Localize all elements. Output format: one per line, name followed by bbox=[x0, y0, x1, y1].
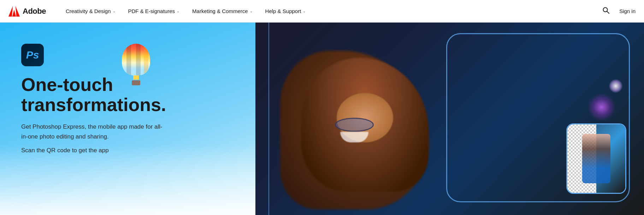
hero-content: Ps One-touch transformations. Get Photos… bbox=[21, 44, 166, 154]
hero-divider-line bbox=[268, 23, 269, 215]
phone-preview bbox=[567, 124, 625, 193]
hero-section: Ps One-touch transformations. Get Photos… bbox=[0, 23, 644, 215]
main-nav: Creativity & Design ⌄ PDF & E-signatures… bbox=[60, 0, 599, 23]
chevron-down-icon: ⌄ bbox=[177, 9, 179, 13]
hero-subtitle: Get Photoshop Express, the mobile app ma… bbox=[21, 122, 163, 141]
nav-creativity-design[interactable]: Creativity & Design ⌄ bbox=[60, 0, 121, 23]
person-glasses bbox=[335, 118, 374, 132]
lens-flare bbox=[587, 93, 616, 121]
lens-flare-highlight bbox=[609, 79, 623, 93]
nav-marketing-commerce[interactable]: Marketing & Commerce ⌄ bbox=[187, 0, 258, 23]
hero-cta-text: Scan the QR code to get the app bbox=[21, 147, 166, 154]
chevron-down-icon: ⌄ bbox=[303, 9, 306, 13]
hero-title: One-touch transformations. bbox=[21, 75, 166, 115]
adobe-logo-icon bbox=[8, 6, 20, 17]
nav-help-support[interactable]: Help & Support ⌄ bbox=[260, 0, 312, 23]
logo[interactable]: Adobe bbox=[8, 6, 46, 17]
svg-line-1 bbox=[607, 11, 609, 13]
phone-frame-small bbox=[566, 123, 626, 194]
search-icon bbox=[602, 7, 609, 14]
signin-button[interactable]: Sign in bbox=[619, 8, 636, 14]
photoshop-express-icon: Ps bbox=[21, 44, 44, 66]
hero-bg-dark bbox=[255, 23, 644, 215]
chevron-down-icon: ⌄ bbox=[250, 9, 253, 13]
cloud-layer bbox=[0, 145, 276, 215]
search-button[interactable] bbox=[599, 5, 612, 17]
navbar: Adobe Creativity & Design ⌄ PDF & E-sign… bbox=[0, 0, 644, 23]
phone-person-preview bbox=[582, 134, 610, 183]
navbar-actions: Sign in bbox=[599, 5, 636, 17]
ps-letter: Ps bbox=[26, 49, 39, 61]
chevron-down-icon: ⌄ bbox=[113, 9, 116, 13]
nav-pdf-esignatures[interactable]: PDF & E-signatures ⌄ bbox=[123, 0, 185, 23]
adobe-wordmark: Adobe bbox=[23, 7, 46, 16]
